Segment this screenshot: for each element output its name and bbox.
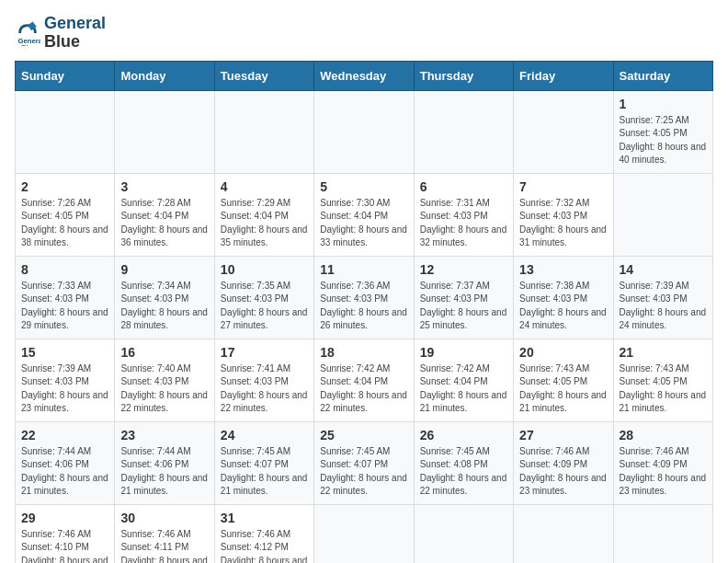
calendar-day-cell: 23 Sunrise: 7:44 AM Sunset: 4:06 PM Dayl…	[115, 421, 214, 504]
weekday-header-sunday: Sunday	[16, 61, 115, 90]
calendar-day-cell: 6 Sunrise: 7:31 AM Sunset: 4:03 PM Dayli…	[414, 173, 513, 256]
day-info: Sunrise: 7:39 AM Sunset: 4:03 PM Dayligh…	[620, 280, 707, 333]
calendar-day-cell: 18 Sunrise: 7:42 AM Sunset: 4:04 PM Dayl…	[314, 339, 414, 421]
calendar-day-cell: 20 Sunrise: 7:43 AM Sunset: 4:05 PM Dayl…	[514, 339, 613, 421]
day-number: 3	[120, 179, 208, 194]
day-info: Sunrise: 7:45 AM Sunset: 4:07 PM Dayligh…	[320, 445, 407, 499]
calendar-week-row: 22 Sunrise: 7:44 AM Sunset: 4:06 PM Dayl…	[16, 421, 713, 504]
day-info: Sunrise: 7:37 AM Sunset: 4:03 PM Dayligh…	[420, 280, 507, 333]
weekday-header-monday: Monday	[115, 61, 214, 90]
logo-icon: General Blue	[15, 20, 40, 46]
calendar-day-cell	[414, 90, 513, 173]
calendar-day-cell: 13 Sunrise: 7:38 AM Sunset: 4:03 PM Dayl…	[514, 256, 613, 339]
calendar-day-cell: 4 Sunrise: 7:29 AM Sunset: 4:04 PM Dayli…	[214, 173, 313, 256]
calendar-day-cell: 7 Sunrise: 7:32 AM Sunset: 4:03 PM Dayli…	[514, 173, 613, 256]
day-number: 7	[519, 179, 607, 194]
day-number: 10	[221, 262, 308, 277]
day-info: Sunrise: 7:39 AM Sunset: 4:03 PM Dayligh…	[21, 362, 108, 416]
calendar-day-cell: 16 Sunrise: 7:40 AM Sunset: 4:03 PM Dayl…	[115, 339, 214, 421]
calendar-day-cell: 24 Sunrise: 7:45 AM Sunset: 4:07 PM Dayl…	[214, 421, 313, 504]
calendar-day-cell: 17 Sunrise: 7:41 AM Sunset: 4:03 PM Dayl…	[214, 339, 313, 421]
day-info: Sunrise: 7:25 AM Sunset: 4:05 PM Dayligh…	[620, 114, 707, 167]
day-info: Sunrise: 7:30 AM Sunset: 4:04 PM Dayligh…	[320, 197, 407, 250]
weekday-header-friday: Friday	[514, 61, 613, 90]
calendar-day-cell	[214, 90, 313, 173]
day-number: 12	[420, 262, 507, 277]
day-number: 14	[620, 262, 707, 277]
day-info: Sunrise: 7:46 AM Sunset: 4:11 PM Dayligh…	[120, 528, 208, 563]
day-number: 15	[21, 345, 108, 360]
calendar-day-cell	[16, 90, 115, 173]
day-info: Sunrise: 7:46 AM Sunset: 4:09 PM Dayligh…	[519, 445, 607, 499]
day-number: 30	[120, 511, 208, 525]
day-number: 13	[519, 262, 607, 277]
day-info: Sunrise: 7:36 AM Sunset: 4:03 PM Dayligh…	[320, 280, 407, 333]
day-number: 16	[120, 345, 208, 360]
logo-text: GeneralBlue	[44, 15, 106, 52]
calendar-day-cell	[514, 90, 613, 173]
day-number: 23	[120, 428, 208, 442]
calendar-day-cell: 27 Sunrise: 7:46 AM Sunset: 4:09 PM Dayl…	[514, 421, 613, 504]
calendar-week-row: 15 Sunrise: 7:39 AM Sunset: 4:03 PM Dayl…	[16, 339, 713, 421]
calendar-day-cell	[414, 504, 513, 563]
calendar-day-cell: 31 Sunrise: 7:46 AM Sunset: 4:12 PM Dayl…	[214, 504, 313, 563]
weekday-header-row: SundayMondayTuesdayWednesdayThursdayFrid…	[16, 61, 713, 90]
day-info: Sunrise: 7:42 AM Sunset: 4:04 PM Dayligh…	[320, 362, 407, 416]
day-number: 5	[320, 179, 407, 194]
calendar-week-row: 1 Sunrise: 7:25 AM Sunset: 4:05 PM Dayli…	[16, 90, 713, 173]
day-info: Sunrise: 7:40 AM Sunset: 4:03 PM Dayligh…	[120, 362, 208, 416]
weekday-header-saturday: Saturday	[613, 61, 712, 90]
calendar-day-cell: 21 Sunrise: 7:43 AM Sunset: 4:05 PM Dayl…	[613, 339, 712, 421]
day-number: 2	[21, 179, 108, 194]
day-number: 11	[320, 262, 407, 277]
day-number: 4	[221, 179, 308, 194]
day-number: 26	[420, 428, 507, 442]
calendar-day-cell: 5 Sunrise: 7:30 AM Sunset: 4:04 PM Dayli…	[314, 173, 414, 256]
calendar-day-cell: 2 Sunrise: 7:26 AM Sunset: 4:05 PM Dayli…	[16, 173, 115, 256]
day-info: Sunrise: 7:26 AM Sunset: 4:05 PM Dayligh…	[21, 197, 108, 250]
weekday-header-thursday: Thursday	[414, 61, 513, 90]
day-number: 9	[120, 262, 208, 277]
day-info: Sunrise: 7:31 AM Sunset: 4:03 PM Dayligh…	[420, 197, 507, 250]
day-number: 1	[620, 97, 707, 111]
day-info: Sunrise: 7:46 AM Sunset: 4:12 PM Dayligh…	[221, 528, 308, 563]
day-info: Sunrise: 7:28 AM Sunset: 4:04 PM Dayligh…	[120, 197, 208, 250]
calendar-day-cell: 11 Sunrise: 7:36 AM Sunset: 4:03 PM Dayl…	[314, 256, 414, 339]
day-number: 18	[320, 345, 407, 360]
calendar-day-cell	[314, 504, 414, 563]
day-info: Sunrise: 7:34 AM Sunset: 4:03 PM Dayligh…	[120, 280, 208, 333]
calendar-day-cell: 29 Sunrise: 7:46 AM Sunset: 4:10 PM Dayl…	[16, 504, 115, 563]
calendar-day-cell: 19 Sunrise: 7:42 AM Sunset: 4:04 PM Dayl…	[414, 339, 513, 421]
day-info: Sunrise: 7:38 AM Sunset: 4:03 PM Dayligh…	[519, 280, 607, 333]
day-number: 20	[519, 345, 607, 360]
day-info: Sunrise: 7:29 AM Sunset: 4:04 PM Dayligh…	[221, 197, 308, 250]
day-info: Sunrise: 7:43 AM Sunset: 4:05 PM Dayligh…	[620, 362, 707, 416]
calendar-day-cell	[613, 504, 712, 563]
calendar-day-cell: 9 Sunrise: 7:34 AM Sunset: 4:03 PM Dayli…	[115, 256, 214, 339]
calendar-day-cell	[613, 173, 712, 256]
day-info: Sunrise: 7:46 AM Sunset: 4:09 PM Dayligh…	[620, 445, 707, 499]
day-info: Sunrise: 7:44 AM Sunset: 4:06 PM Dayligh…	[21, 445, 108, 499]
day-number: 19	[420, 345, 507, 360]
calendar-day-cell: 28 Sunrise: 7:46 AM Sunset: 4:09 PM Dayl…	[613, 421, 712, 504]
page-header: General Blue GeneralBlue	[15, 15, 713, 52]
day-info: Sunrise: 7:33 AM Sunset: 4:03 PM Dayligh…	[21, 280, 108, 333]
calendar-day-cell	[514, 504, 613, 563]
day-info: Sunrise: 7:32 AM Sunset: 4:03 PM Dayligh…	[519, 197, 607, 250]
calendar-day-cell: 22 Sunrise: 7:44 AM Sunset: 4:06 PM Dayl…	[16, 421, 115, 504]
day-number: 6	[420, 179, 507, 194]
day-number: 29	[21, 511, 108, 525]
calendar-day-cell: 30 Sunrise: 7:46 AM Sunset: 4:11 PM Dayl…	[115, 504, 214, 563]
day-info: Sunrise: 7:44 AM Sunset: 4:06 PM Dayligh…	[120, 445, 208, 499]
calendar-day-cell: 10 Sunrise: 7:35 AM Sunset: 4:03 PM Dayl…	[214, 256, 313, 339]
svg-text:Blue: Blue	[21, 43, 37, 46]
day-info: Sunrise: 7:42 AM Sunset: 4:04 PM Dayligh…	[420, 362, 507, 416]
weekday-header-tuesday: Tuesday	[214, 61, 313, 90]
day-number: 31	[221, 511, 308, 525]
day-info: Sunrise: 7:35 AM Sunset: 4:03 PM Dayligh…	[221, 280, 308, 333]
day-info: Sunrise: 7:41 AM Sunset: 4:03 PM Dayligh…	[221, 362, 308, 416]
day-info: Sunrise: 7:43 AM Sunset: 4:05 PM Dayligh…	[519, 362, 607, 416]
calendar-week-row: 29 Sunrise: 7:46 AM Sunset: 4:10 PM Dayl…	[16, 504, 713, 563]
calendar-day-cell: 26 Sunrise: 7:45 AM Sunset: 4:08 PM Dayl…	[414, 421, 513, 504]
day-number: 28	[620, 428, 707, 442]
